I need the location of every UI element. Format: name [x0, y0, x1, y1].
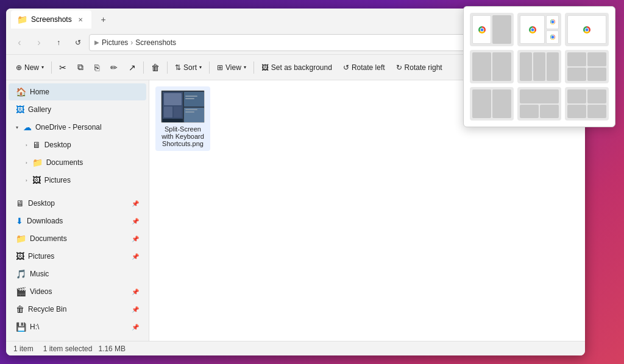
pictures-qa-icon: 🖼 [16, 251, 24, 261]
view-icon: ⊞ [217, 63, 223, 72]
cut-icon: ✂ [59, 63, 66, 72]
sidebar-recycle-label: Recycle Bin [28, 305, 66, 313]
view-button[interactable]: ⊞ View ▾ [212, 58, 251, 77]
snap-cell-chrome-2 [520, 15, 545, 44]
snap-option-9[interactable] [565, 87, 609, 121]
cut-button[interactable]: ✂ [54, 58, 71, 77]
sidebar-item-desktop-tree[interactable]: › 🖥 Desktop [9, 136, 146, 153]
snap-option-1[interactable] [470, 13, 514, 46]
sidebar-item-recycle[interactable]: 🗑 Recycle Bin 📌 [9, 301, 146, 318]
sidebar-videos-label: Videos [30, 287, 52, 296]
downloads-icon: ⬇ [16, 216, 23, 226]
sidebar-item-documents-tree[interactable]: › 📁 Documents [9, 154, 146, 171]
snap-layout-popup [463, 6, 615, 127]
svg-rect-9 [185, 98, 194, 99]
status-selected: 1 item selected 1.16 MB [43, 345, 126, 353]
sidebar-music-label: Music [30, 270, 49, 278]
svg-rect-6 [164, 107, 172, 117]
sort-icon: ⇅ [175, 63, 181, 72]
tab-close-button[interactable]: ✕ [76, 15, 85, 24]
sort-chevron: ▾ [199, 65, 202, 70]
copy-button[interactable]: ⧉ [73, 58, 88, 77]
snap-option-4[interactable] [470, 50, 514, 83]
snap-option-6[interactable] [565, 50, 609, 83]
sidebar-item-home[interactable]: 🏠 Home [9, 83, 146, 100]
up-button[interactable]: ↑ [50, 34, 67, 51]
rename-button[interactable]: ✏ [105, 58, 122, 77]
paste-button[interactable]: ⎘ [90, 58, 104, 77]
status-bar: 1 item 1 item selected 1.16 MB [6, 341, 585, 355]
snap-cell-chrome-3 [567, 15, 606, 44]
chrome-logo-2b [550, 19, 555, 24]
back-button[interactable]: ‹ [11, 34, 28, 51]
sidebar-item-pictures-qa[interactable]: 🖼 Pictures 📌 [9, 248, 146, 265]
sort-button[interactable]: ⇅ Sort ▾ [170, 58, 207, 77]
documents-tree-icon: 📁 [32, 158, 43, 167]
sidebar-pictures-qa-label: Pictures [28, 252, 54, 261]
sidebar-item-h-drive[interactable]: 💾 H:\ 📌 [9, 318, 146, 335]
new-button[interactable]: ⊕ New ▾ [11, 58, 49, 77]
bg-icon: 🖼 [261, 63, 269, 72]
pin-icon-pictures: 📌 [132, 253, 139, 260]
view-chevron: ▾ [244, 65, 246, 70]
snap-cell-chrome-1 [472, 15, 491, 44]
snap-option-8[interactable] [517, 87, 561, 121]
snap-cell-8a [520, 89, 559, 103]
delete-button[interactable]: 🗑 [146, 58, 165, 77]
breadcrumb[interactable]: ▶ Pictures › Screenshots [89, 34, 468, 51]
share-icon: ↗ [129, 63, 136, 72]
breadcrumb-arrow: ▶ [94, 39, 99, 46]
music-icon: 🎵 [16, 269, 26, 279]
sidebar-documents-tree-label: Documents [46, 158, 83, 167]
sidebar-item-onedrive[interactable]: ▾ ☁ OneDrive - Personal [9, 119, 146, 136]
status-count: 1 item [13, 345, 34, 353]
svg-rect-7 [174, 107, 182, 117]
snap-option-5[interactable] [517, 50, 561, 83]
rotate-left-icon: ↺ [343, 63, 349, 72]
toolbar-sep-1 [51, 61, 52, 74]
tab-screenshots[interactable]: 📁 Screenshots ✕ [11, 10, 91, 29]
svg-rect-11 [185, 111, 194, 113]
new-label: New [24, 63, 39, 72]
snap-cell-5a [520, 52, 532, 81]
chrome-logo [478, 26, 486, 33]
snap-cell-6c [567, 68, 586, 82]
breadcrumb-screenshots[interactable]: Screenshots [135, 38, 176, 47]
sidebar-item-downloads[interactable]: ⬇ Downloads 📌 [9, 212, 146, 229]
documents-tree-expand-icon: › [26, 160, 27, 166]
sidebar-item-pictures-tree[interactable]: › 🖼 Pictures [9, 172, 146, 189]
home-icon: 🏠 [16, 87, 26, 97]
file-item-screenshot[interactable]: Split-Screen with Keyboard Shortcuts.png [155, 86, 210, 151]
sidebar-item-videos[interactable]: 🎬 Videos 📌 [9, 283, 146, 300]
snap-option-3[interactable] [565, 13, 609, 46]
refresh-button[interactable]: ↺ [69, 34, 87, 51]
sidebar-divider [6, 189, 149, 194]
share-button[interactable]: ↗ [124, 58, 141, 77]
sidebar-item-gallery[interactable]: 🖼 Gallery [9, 101, 146, 118]
sidebar-item-screenshots-qa[interactable]: 📁 Screenshots [9, 336, 146, 341]
chrome-logo-2c [550, 35, 555, 40]
rotate-left-button[interactable]: ↺ Rotate left [338, 58, 390, 77]
breadcrumb-pictures[interactable]: Pictures [102, 38, 128, 47]
toolbar-sep-4 [209, 61, 210, 74]
onedrive-expand-icon: ▾ [16, 125, 18, 130]
snap-cell-9c [567, 105, 586, 119]
sidebar-item-documents-qa[interactable]: 📁 Documents 📌 [9, 230, 146, 247]
forward-button[interactable]: › [30, 34, 48, 51]
sidebar-home-label: Home [30, 88, 49, 96]
rotate-left-label: Rotate left [352, 63, 385, 72]
file-name: Split-Screen with Keyboard Shortcuts.png [159, 125, 207, 147]
rotate-right-button[interactable]: ↻ Rotate right [391, 58, 447, 77]
snap-option-2[interactable] [517, 13, 561, 46]
sidebar-item-desktop-qa[interactable]: 🖥 Desktop 📌 [9, 195, 146, 212]
sidebar-item-music[interactable]: 🎵 Music [9, 265, 146, 282]
snap-cell-chrome-2b [546, 15, 559, 29]
snap-grid [470, 13, 609, 121]
snap-cell-6d [587, 68, 606, 82]
snap-option-7[interactable] [470, 87, 514, 121]
new-tab-button[interactable]: + [95, 11, 112, 28]
pin-icon-desktop: 📌 [132, 200, 139, 207]
pictures-tree-icon: 🖼 [32, 175, 41, 185]
tab-folder-icon: 📁 [17, 15, 27, 24]
set-background-button[interactable]: 🖼 Set as background [257, 58, 337, 77]
